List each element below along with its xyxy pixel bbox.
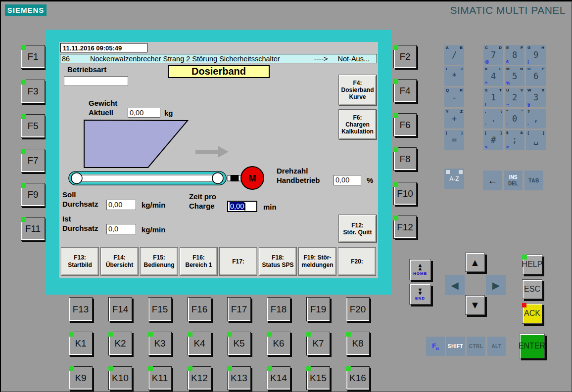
arrow-up-key[interactable]: ▲	[465, 253, 485, 272]
led-red	[522, 303, 526, 307]
key-f18[interactable]: F18	[267, 297, 290, 321]
alt-key[interactable]: ALT	[487, 337, 506, 356]
led-green	[21, 183, 26, 188]
drehzahl-value-field[interactable]: 0,00	[334, 175, 361, 185]
ins-del-key[interactable]: INS DEL	[504, 171, 523, 190]
key-label: F5	[27, 121, 38, 131]
motor-shaft	[227, 175, 241, 181]
keypad-key-semicolon[interactable]: $&;>	[505, 130, 524, 150]
backspace-key[interactable]: ←	[483, 171, 502, 190]
keypad-key-8[interactable]: EF8€	[505, 45, 524, 65]
key-label: TAB	[528, 178, 539, 183]
key-f19[interactable]: F19	[306, 297, 330, 321]
keypad-key-minus[interactable]: QR-	[444, 87, 464, 107]
keypad-key-asterisk[interactable]: IJ*	[444, 66, 464, 86]
keypad-key-0[interactable]: "°0`	[505, 109, 524, 129]
key-f8[interactable]: F8	[393, 147, 417, 171]
tab-key[interactable]: TAB	[524, 171, 543, 190]
key-f4[interactable]: F4	[393, 79, 417, 102]
key-k5[interactable]: K5	[227, 332, 251, 355]
keypad-key-period[interactable]: :\.´	[483, 109, 503, 129]
key-k7[interactable]: K7	[306, 332, 330, 355]
keypad-key-4[interactable]: KL4^	[483, 66, 503, 86]
keypad-key-1[interactable]: ST1!	[483, 87, 503, 107]
key-label: F18	[271, 304, 287, 315]
keypad-key-plus[interactable]: YZ+	[444, 109, 464, 129]
arrow-right-key[interactable]: ▶	[486, 275, 506, 295]
led-green	[69, 332, 74, 337]
end-key[interactable]: ▼▼ END	[409, 284, 431, 305]
softkey-f13-startbild[interactable]: F13:Startbild	[61, 247, 99, 276]
key-f2[interactable]: F2	[393, 45, 417, 68]
home-key[interactable]: ▲▲ HOME	[409, 259, 431, 280]
zeit-pro-charge-field[interactable]: 0,00	[227, 201, 257, 212]
soll-durchsatz-field[interactable]: 0,00	[106, 200, 136, 210]
key-k14[interactable]: K14	[267, 366, 290, 390]
key-k1[interactable]: K1	[69, 332, 93, 355]
ack-key[interactable]: ACK	[522, 303, 542, 324]
key-f6[interactable]: F6	[393, 113, 417, 136]
key-f13[interactable]: F13	[69, 297, 93, 321]
keypad-key-6[interactable]: OP6	[526, 66, 546, 86]
key-k10[interactable]: K10	[108, 366, 132, 390]
key-k9[interactable]: K9	[69, 366, 93, 390]
key-k8[interactable]: K8	[346, 332, 370, 355]
key-f12[interactable]: F12	[393, 216, 417, 239]
keypad-key-9[interactable]: GH9|	[526, 45, 546, 65]
led-green	[393, 113, 398, 118]
keypad-key-space[interactable]: {}␣	[526, 130, 546, 150]
softkey-f16-bereich1[interactable]: F16:Bereich 1	[180, 247, 218, 276]
shift-key[interactable]: SHIFT	[446, 337, 465, 356]
keypad-key-5[interactable]: MN5%	[505, 66, 524, 86]
softkey-f17[interactable]: F17:	[219, 247, 257, 276]
enter-key[interactable]: ENTER	[519, 334, 545, 358]
key-f7[interactable]: F7	[21, 149, 45, 173]
key-f15[interactable]: F15	[148, 297, 172, 321]
esc-key[interactable]: ESC	[522, 279, 542, 299]
key-k11[interactable]: K11	[148, 366, 172, 390]
keypad-key-3[interactable]: WX3§	[526, 87, 546, 107]
key-label: F16	[191, 304, 208, 315]
arrow-left-key[interactable]: ◀	[445, 275, 465, 295]
key-k12[interactable]: K12	[188, 366, 211, 390]
key-k2[interactable]: K2	[108, 332, 132, 355]
key-k15[interactable]: K15	[306, 366, 330, 390]
help-key[interactable]: HELP	[522, 255, 542, 274]
ctrl-key[interactable]: CTRL	[467, 337, 485, 356]
key-f14[interactable]: F14	[108, 297, 132, 321]
fn-key[interactable]: FN	[426, 337, 445, 356]
key-k6[interactable]: K6	[267, 332, 290, 355]
keypad-key-2[interactable]: UV2~	[505, 87, 524, 107]
keypad-key-hash[interactable]: []#<	[483, 130, 503, 150]
keypad-key-slash[interactable]: AB/	[444, 45, 464, 65]
key-f10[interactable]: F10	[393, 182, 417, 205]
key-f20[interactable]: F20	[346, 297, 370, 321]
keypad-key-comma[interactable]: ?–,'	[526, 109, 546, 129]
key-k16[interactable]: K16	[346, 366, 370, 390]
key-k3[interactable]: K3	[148, 332, 172, 355]
softkey-f19-stoermeldungen[interactable]: F19: Stör-meldungen	[298, 247, 336, 276]
key-f16[interactable]: F16	[188, 297, 211, 321]
softkey-f6-chargen-kalkulation[interactable]: F6: Chargen Kalkulation	[338, 109, 377, 139]
key-f11[interactable]: F11	[21, 217, 45, 241]
keypad-key-equals[interactable]: ()=	[444, 130, 464, 150]
softkey-f18-status-sps[interactable]: F18:Status SPS	[259, 247, 297, 276]
softkey-f14-uebersicht[interactable]: F14:Übersicht	[100, 247, 139, 276]
softkey-label: Kurve	[349, 93, 366, 100]
keypad-key-7[interactable]: CD7@	[483, 45, 503, 65]
key-f9[interactable]: F9	[21, 183, 45, 207]
led-green	[346, 366, 351, 371]
arrow-down-key[interactable]: ▼	[465, 295, 485, 315]
key-a-z[interactable]: A-Z	[444, 169, 464, 189]
key-f1[interactable]: F1	[21, 45, 45, 69]
key-k13[interactable]: K13	[227, 366, 251, 390]
softkey-f15-bedienung[interactable]: F15:Bedienung	[140, 247, 178, 276]
key-f17[interactable]: F17	[227, 297, 251, 321]
key-k4[interactable]: K4	[188, 332, 211, 355]
key-label: K9	[75, 373, 86, 384]
softkey-f4-dosierband-kurve[interactable]: F4: Dosierband Kurve	[338, 75, 377, 105]
softkey-f20[interactable]: F20:	[338, 247, 376, 276]
key-f5[interactable]: F5	[21, 114, 45, 138]
softkey-f12-stoer-quitt[interactable]: F12: Stör. Quitt	[338, 215, 377, 243]
key-f3[interactable]: F3	[21, 80, 45, 103]
